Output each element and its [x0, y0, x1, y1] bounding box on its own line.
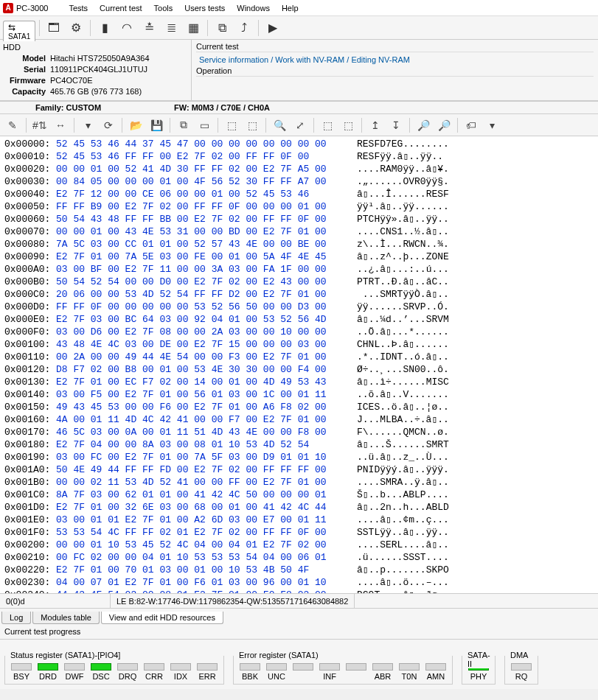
hex-row[interactable]: 0x00160:4A 00 01 11 4D 4C 42 41 00 00 F7…: [4, 413, 594, 426]
up-icon[interactable]: ↥: [366, 116, 385, 134]
hex-bytes[interactable]: 20 06 00 00 53 4D 52 54 FF FF D2 00 E2 7…: [56, 288, 351, 301]
new-icon[interactable]: ✎: [3, 116, 22, 134]
hex-row[interactable]: 0x000D0:FF FF 0F 00 00 00 00 00 53 52 56…: [4, 301, 594, 313]
hex-row[interactable]: 0x00060:50 54 43 48 FF FF BB 00 E2 7F 02…: [4, 213, 594, 225]
offset-icon[interactable]: #⇅: [30, 116, 49, 134]
hex-bytes[interactable]: 43 48 4E 4C 03 00 DE 00 E2 7F 15 00 00 0…: [56, 338, 351, 351]
hex-ascii[interactable]: .ü......SSST....: [351, 551, 449, 564]
hex-ascii[interactable]: â▯..¼d..’...SRVM: [351, 313, 449, 326]
hex-ascii[interactable]: RESFÿÿ.â▯..ÿÿ..: [351, 150, 443, 163]
hex-ascii[interactable]: z\..Ì...RWCN..¾.: [351, 238, 449, 251]
hex-row[interactable]: 0x001F0:53 53 54 4C FF FF 02 01 E2 7F 02…: [4, 526, 594, 539]
hex-bytes[interactable]: 49 43 45 53 00 00 F6 00 E2 7F 01 00 A6 F…: [56, 401, 351, 413]
hex-row[interactable]: 0x00200:00 00 01 10 53 45 52 4C 04 00 04…: [4, 539, 594, 551]
hex-bytes[interactable]: 00 FC 02 00 00 04 01 10 53 53 53 54 04 0…: [56, 551, 351, 564]
paste-icon[interactable]: ▭: [195, 116, 214, 134]
hex-bytes[interactable]: 00 00 02 11 53 4D 52 41 00 00 FF 00 E2 7…: [56, 476, 351, 489]
hex-row[interactable]: 0x001C0:8A 7F 03 00 62 01 01 00 41 42 4C…: [4, 489, 594, 501]
block-end-icon[interactable]: ⬚: [243, 116, 262, 134]
hex-ascii[interactable]: RESFD7EG........: [351, 138, 449, 150]
hex-ascii[interactable]: .*..IDNT..ó.â▯..: [351, 351, 449, 363]
tag-dropdown-icon[interactable]: ▾: [482, 116, 501, 134]
exit-icon[interactable]: ⤴: [234, 18, 254, 38]
hex-ascii[interactable]: J...MLBA..÷.â▯..: [351, 413, 449, 426]
hex-ascii[interactable]: â▯...Î......RESF: [351, 188, 449, 200]
play-icon[interactable]: ▶: [263, 18, 283, 38]
hex-bytes[interactable]: 44 43 4F 54 03 00 08 01 E2 7F 01 00 F0 F…: [56, 589, 351, 593]
hex-bytes[interactable]: 46 5C 03 00 0A 00 01 11 51 4D 43 4E 00 0…: [56, 426, 351, 438]
hex-bytes[interactable]: 8A 7F 03 00 62 01 01 00 41 42 4C 50 00 0…: [56, 489, 351, 501]
hex-bytes[interactable]: 7A 5C 03 00 CC 01 01 00 52 57 43 4E 00 0…: [56, 238, 351, 251]
breadcrumb[interactable]: Service information / Work with NV-RAM /…: [196, 54, 594, 66]
hex-bytes[interactable]: 4A 00 01 11 4D 4C 42 41 00 00 F7 00 E2 7…: [56, 413, 351, 426]
hex-ascii[interactable]: â▯..p.......SKPO: [351, 564, 449, 576]
hex-bytes[interactable]: 03 00 01 01 E2 7F 01 00 A2 6D 03 00 E7 0…: [56, 514, 351, 526]
copy-icon-2[interactable]: ⧉: [174, 116, 193, 134]
hex-bytes[interactable]: E2 7F 01 00 7A 5E 03 00 FE 00 01 00 5A 4…: [56, 251, 351, 263]
hex-ascii[interactable]: ..ü.â▯..z_..Ù...: [351, 451, 449, 463]
hex-row[interactable]: 0x001B0:00 00 02 11 53 4D 52 41 00 00 FF…: [4, 476, 594, 489]
menu-tools[interactable]: Tools: [148, 1, 179, 15]
hex-ascii[interactable]: ....SMRA..ÿ.â▯..: [351, 476, 449, 489]
find-icon[interactable]: 🔎: [414, 116, 433, 134]
hex-editor[interactable]: 0x00000:52 45 53 46 44 37 45 47 00 00 00…: [0, 136, 598, 593]
zoom-icon[interactable]: 🔍: [270, 116, 289, 134]
hex-ascii[interactable]: ....CNS1..½.â▯..: [351, 225, 449, 238]
hex-row[interactable]: 0x00150:49 43 45 53 00 00 F6 00 E2 7F 01…: [4, 401, 594, 413]
hex-ascii[interactable]: ..õ.â▯..V.......: [351, 388, 449, 401]
hex-ascii[interactable]: â▯..z^..þ...ZONE: [351, 251, 449, 263]
dropdown-icon[interactable]: ▾: [78, 116, 97, 134]
tool-icon-1[interactable]: 🗔: [44, 18, 64, 38]
hex-bytes[interactable]: 00 00 01 00 52 41 4D 30 FF FF 02 00 E2 7…: [56, 163, 351, 175]
copy-icon[interactable]: ⧉: [212, 18, 232, 38]
hex-row[interactable]: 0x000C0:20 06 00 00 53 4D 52 54 FF FF D2…: [4, 288, 594, 301]
hex-row[interactable]: 0x00070:00 00 01 00 43 4E 53 31 00 00 BD…: [4, 225, 594, 238]
hex-ascii[interactable]: ....â▯..¢m..ç...: [351, 514, 449, 526]
hex-bytes[interactable]: E2 7F 01 00 EC F7 02 00 14 00 01 00 4D 4…: [56, 376, 351, 388]
hex-row[interactable]: 0x00100:43 48 4E 4C 03 00 DE 00 E2 7F 15…: [4, 338, 594, 351]
hex-ascii[interactable]: ...SMRTÿÿÒ.â▯..: [351, 288, 449, 301]
chip-icon[interactable]: ▮: [94, 18, 115, 38]
grid-icon[interactable]: ▦: [183, 18, 204, 38]
hex-bytes[interactable]: D8 F7 02 00 B8 00 01 00 53 4E 30 30 00 0…: [56, 363, 351, 376]
hex-ascii[interactable]: F\......QMCN..ø.: [351, 426, 449, 438]
hex-row[interactable]: 0x000F0:03 00 D6 00 E2 7F 08 00 00 2A 03…: [4, 326, 594, 338]
port-tab[interactable]: ⇆ SATA1: [3, 21, 35, 41]
hex-row[interactable]: 0x00080:7A 5C 03 00 CC 01 01 00 52 57 43…: [4, 238, 594, 251]
hex-ascii[interactable]: ....SERL....â▯..: [351, 539, 449, 551]
hex-ascii[interactable]: â▯...Š......SMRT: [351, 438, 449, 451]
heads-icon[interactable]: ≛: [139, 18, 159, 38]
menu-windows[interactable]: Windows: [231, 1, 276, 15]
hex-row[interactable]: 0x00020:00 00 01 00 52 41 4D 30 FF FF 02…: [4, 163, 594, 175]
block-start-icon[interactable]: ⬚: [222, 116, 241, 134]
refresh-icon[interactable]: ⟳: [99, 116, 118, 134]
hex-ascii[interactable]: â▯..ì÷......MISC: [351, 376, 449, 388]
hex-ascii[interactable]: DCOT....â▯..ðø..: [351, 589, 449, 593]
hex-row[interactable]: 0x00180:E2 7F 04 00 00 8A 03 00 08 01 10…: [4, 438, 594, 451]
hex-row[interactable]: 0x00220:E2 7F 01 00 70 01 03 00 01 00 10…: [4, 564, 594, 576]
hex-ascii[interactable]: Ø÷..¸...SN00..ô.: [351, 363, 449, 376]
hex-ascii[interactable]: â▯..2n..h...ABLD: [351, 501, 449, 514]
hex-row[interactable]: 0x00040:E2 7F 12 00 00 CE 06 00 00 01 00…: [4, 188, 594, 200]
tool-icon-2[interactable]: ⚙: [66, 18, 86, 38]
hex-row[interactable]: 0x00050:FF FF B9 00 E2 7F 02 00 FF FF 0F…: [4, 200, 594, 213]
open-icon[interactable]: 📂: [126, 116, 145, 134]
hex-ascii[interactable]: ÿÿ......SRVP..Ó.: [351, 301, 449, 313]
hex-row[interactable]: 0x001A0:50 4E 49 44 FF FF FD 00 E2 7F 02…: [4, 463, 594, 476]
menu-users-tests[interactable]: Users tests: [178, 1, 231, 15]
hex-row[interactable]: 0x00190:03 00 FC 00 E2 7F 01 00 7A 5F 03…: [4, 451, 594, 463]
hex-bytes[interactable]: 52 45 53 46 FF FF 00 E2 7F 02 00 FF FF 0…: [56, 150, 351, 163]
hex-bytes[interactable]: E2 7F 01 00 70 01 03 00 01 00 10 53 4B 5…: [56, 564, 351, 576]
hex-ascii[interactable]: ....RAM0ÿÿ..â▯¥.: [351, 163, 449, 175]
menu-current-test[interactable]: Current test: [94, 1, 147, 15]
hex-ascii[interactable]: ..Ö.â▯...*......: [351, 326, 449, 338]
nav-prev-icon[interactable]: ⬚: [318, 116, 337, 134]
hex-row[interactable]: 0x001E0:03 00 01 01 E2 7F 01 00 A2 6D 03…: [4, 514, 594, 526]
hex-bytes[interactable]: E2 7F 04 00 00 8A 03 00 08 01 10 53 4D 5…: [56, 438, 351, 451]
hex-ascii[interactable]: ..¿.â▯...:..ú...: [351, 263, 449, 276]
hex-bytes[interactable]: 03 00 FC 00 E2 7F 01 00 7A 5F 03 00 D9 0…: [56, 451, 351, 463]
hex-row[interactable]: 0x00090:E2 7F 01 00 7A 5E 03 00 FE 00 01…: [4, 251, 594, 263]
hex-bytes[interactable]: FF FF B9 00 E2 7F 02 00 FF FF 0F 00 00 0…: [56, 200, 351, 213]
hex-bytes[interactable]: FF FF 0F 00 00 00 00 00 53 52 56 50 00 0…: [56, 301, 351, 313]
hex-bytes[interactable]: E2 7F 03 00 BC 64 03 00 92 04 01 00 53 5…: [56, 313, 351, 326]
